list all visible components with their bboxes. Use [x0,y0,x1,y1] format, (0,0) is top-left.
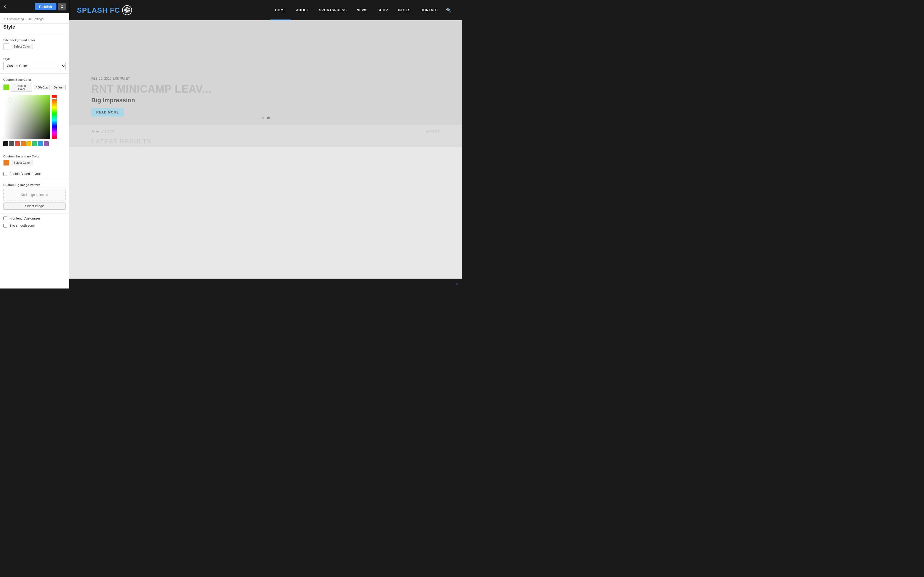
slider-dot-1[interactable] [262,116,264,119]
divider-5 [0,169,69,169]
divider-2 [0,53,69,53]
site-smooth-scroll-checkbox[interactable] [3,224,7,227]
site-nav: HOME ABOUT SPORTSPRESS NEWS SHOP PAGES C… [270,0,454,20]
style-select[interactable]: Custom Color Default Dark Light [3,62,66,70]
search-icon[interactable]: 🔍 [443,8,454,13]
nav-sportspress[interactable]: SPORTSPRESS [314,0,352,20]
page-title: Style [0,24,69,33]
divider-7 [0,213,69,214]
swatch-green[interactable] [32,141,37,146]
main-preview: SPLASH FC ⚽ HOME ABOUT SPORTSPRESS NEWS … [69,0,462,288]
select-image-button[interactable]: Select image [3,203,66,210]
color-swatches-row [0,141,69,149]
image-box: No image selected [3,189,66,201]
divider-3 [0,73,69,74]
no-image-text: No image selected [21,193,48,197]
swatch-blue[interactable] [38,141,43,146]
nav-about[interactable]: ABOUT [291,0,314,20]
site-bottom-bar: ≡ [69,279,462,288]
site-header: SPLASH FC ⚽ HOME ABOUT SPORTSPRESS NEWS … [69,0,462,20]
custom-secondary-select-color-button[interactable]: Select Color [11,160,32,165]
enable-boxed-checkbox[interactable] [3,172,7,176]
custom-base-default-button[interactable]: Default [51,85,66,90]
divider-6 [0,179,69,179]
hue-thumb [52,98,57,100]
sport-tag: SPORT [425,129,440,134]
swatch-orange[interactable] [21,141,26,146]
site-bg-color-label: Site background color [0,35,69,43]
slider-dot-2[interactable] [267,116,270,119]
site-smooth-scroll-label: Site smooth scroll [9,224,36,227]
content-lower-strip: January 18, 2017 SPORT LATEST RESULTS [69,125,462,147]
color-picker [3,95,66,139]
read-more-button[interactable]: READ MORE [91,108,124,116]
nav-news[interactable]: NEWS [352,0,373,20]
nav-pages[interactable]: PAGES [393,0,415,20]
logo-icon: ⚽ [122,5,132,15]
enable-boxed-label: Enable Boxed Layout [9,172,41,176]
color-cursor[interactable] [8,98,12,102]
breadcrumb: ‹ Customizing • Site Settings [0,13,69,24]
slider-dots [262,116,270,119]
site-logo: SPLASH FC ⚽ [77,5,132,15]
logo-text-splash: SPLASH [77,6,108,14]
custom-base-hex: #80e01a [34,85,50,90]
publish-button[interactable]: Publish [35,3,57,10]
lower-date: January 18, 2017 [91,130,115,133]
frontend-customizer-row: Frontend Customizer [0,215,69,222]
sportspress-logo: ≡ [456,281,458,286]
topbar-actions: Publish ⚙ [35,3,66,10]
custom-secondary-swatch [3,160,9,166]
custom-base-color-label: Custom Base Color [0,75,69,82]
nav-home[interactable]: HOME [270,0,291,20]
latest-results-label: LATEST RESULTS [91,138,440,145]
nav-contact[interactable]: CONTACT [415,0,443,20]
breadcrumb-text: Customizing • Site Settings [7,17,44,21]
custom-bg-image-label: Custom Bg Image Pattern [0,180,69,188]
hero-headline: RNT Minicamp Leav... [91,83,212,95]
swatch-gray[interactable] [9,141,14,146]
swatch-red[interactable] [15,141,20,146]
hero-content: FEB 25, 2016 8:08 PM ET RNT Minicamp Lea… [91,77,212,116]
swatch-purple[interactable] [44,141,48,146]
color-gradient-area[interactable] [3,95,50,139]
divider-4 [0,150,69,150]
swatch-black[interactable] [3,141,8,146]
swatch-yellow[interactable] [26,141,31,146]
back-button[interactable]: ‹ [3,16,5,22]
hero-area: FEB 25, 2016 8:08 PM ET RNT Minicamp Lea… [69,20,462,125]
hero-date: FEB 25, 2016 8:08 PM ET [91,77,212,81]
frontend-customizer-checkbox[interactable] [3,216,7,220]
site-content: FEB 25, 2016 8:08 PM ET RNT Minicamp Lea… [69,20,462,279]
custom-base-select-color-button[interactable]: Select Color [11,83,32,92]
custom-secondary-color-label: Custom Secondary Color [0,152,69,159]
site-bg-select-color-button[interactable]: Select Color [11,44,32,49]
hero-subheadline: Big Impression [91,97,212,104]
customizer-sidebar: × Publish ⚙ ‹ Customizing • Site Setting… [0,0,69,288]
custom-base-swatch [3,84,9,90]
gear-button[interactable]: ⚙ [58,3,66,10]
frontend-customizer-label: Frontend Customizer [9,216,40,220]
style-label: Style [0,54,69,62]
site-bg-swatch [3,44,9,50]
site-bg-color-row: Select Color [0,43,69,52]
custom-secondary-color-row: Select Color [0,159,69,168]
nav-shop[interactable]: SHOP [373,0,393,20]
enable-boxed-layout-row: Enable Boxed Layout [0,170,69,177]
logo-text-fc: FC [110,6,120,14]
logo-text: SPLASH FC [77,6,120,15]
close-button[interactable]: × [3,4,6,9]
sidebar-topbar: × Publish ⚙ [0,0,69,13]
custom-base-color-row: Select Color #80e01a Default [0,82,69,94]
hue-slider[interactable] [52,95,57,139]
site-smooth-scroll-row: Site smooth scroll [0,222,69,229]
